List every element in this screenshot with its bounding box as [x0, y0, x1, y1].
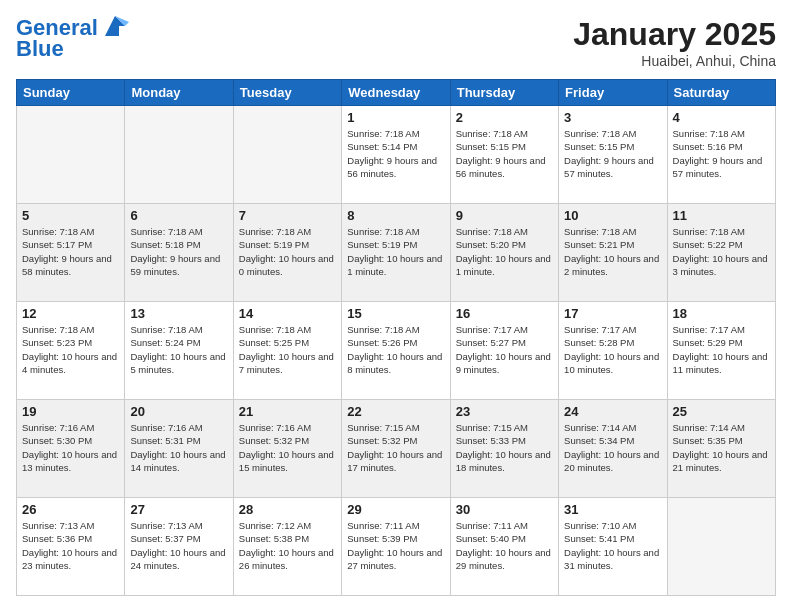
day-info: Sunrise: 7:15 AM Sunset: 5:33 PM Dayligh… [456, 421, 553, 474]
day-info: Sunrise: 7:18 AM Sunset: 5:23 PM Dayligh… [22, 323, 119, 376]
table-row: 21Sunrise: 7:16 AM Sunset: 5:32 PM Dayli… [233, 400, 341, 498]
day-info: Sunrise: 7:18 AM Sunset: 5:22 PM Dayligh… [673, 225, 770, 278]
day-number: 1 [347, 110, 444, 125]
table-row: 28Sunrise: 7:12 AM Sunset: 5:38 PM Dayli… [233, 498, 341, 596]
page: General Blue January 2025 Huaibei, Anhui… [0, 0, 792, 612]
header-wednesday: Wednesday [342, 80, 450, 106]
weekday-header-row: Sunday Monday Tuesday Wednesday Thursday… [17, 80, 776, 106]
title-block: January 2025 Huaibei, Anhui, China [573, 16, 776, 69]
table-row: 6Sunrise: 7:18 AM Sunset: 5:18 PM Daylig… [125, 204, 233, 302]
location-subtitle: Huaibei, Anhui, China [573, 53, 776, 69]
table-row: 18Sunrise: 7:17 AM Sunset: 5:29 PM Dayli… [667, 302, 775, 400]
header-tuesday: Tuesday [233, 80, 341, 106]
day-info: Sunrise: 7:11 AM Sunset: 5:40 PM Dayligh… [456, 519, 553, 572]
table-row: 31Sunrise: 7:10 AM Sunset: 5:41 PM Dayli… [559, 498, 667, 596]
day-info: Sunrise: 7:14 AM Sunset: 5:34 PM Dayligh… [564, 421, 661, 474]
day-info: Sunrise: 7:18 AM Sunset: 5:15 PM Dayligh… [456, 127, 553, 180]
day-number: 25 [673, 404, 770, 419]
table-row: 19Sunrise: 7:16 AM Sunset: 5:30 PM Dayli… [17, 400, 125, 498]
table-row: 7Sunrise: 7:18 AM Sunset: 5:19 PM Daylig… [233, 204, 341, 302]
table-row: 9Sunrise: 7:18 AM Sunset: 5:20 PM Daylig… [450, 204, 558, 302]
day-info: Sunrise: 7:13 AM Sunset: 5:37 PM Dayligh… [130, 519, 227, 572]
day-info: Sunrise: 7:18 AM Sunset: 5:21 PM Dayligh… [564, 225, 661, 278]
table-row [125, 106, 233, 204]
day-number: 17 [564, 306, 661, 321]
day-number: 22 [347, 404, 444, 419]
day-number: 12 [22, 306, 119, 321]
table-row: 8Sunrise: 7:18 AM Sunset: 5:19 PM Daylig… [342, 204, 450, 302]
day-number: 19 [22, 404, 119, 419]
day-info: Sunrise: 7:18 AM Sunset: 5:14 PM Dayligh… [347, 127, 444, 180]
table-row: 13Sunrise: 7:18 AM Sunset: 5:24 PM Dayli… [125, 302, 233, 400]
day-info: Sunrise: 7:16 AM Sunset: 5:30 PM Dayligh… [22, 421, 119, 474]
day-info: Sunrise: 7:15 AM Sunset: 5:32 PM Dayligh… [347, 421, 444, 474]
table-row: 25Sunrise: 7:14 AM Sunset: 5:35 PM Dayli… [667, 400, 775, 498]
table-row: 14Sunrise: 7:18 AM Sunset: 5:25 PM Dayli… [233, 302, 341, 400]
day-info: Sunrise: 7:10 AM Sunset: 5:41 PM Dayligh… [564, 519, 661, 572]
calendar-week-row: 12Sunrise: 7:18 AM Sunset: 5:23 PM Dayli… [17, 302, 776, 400]
day-number: 5 [22, 208, 119, 223]
day-info: Sunrise: 7:18 AM Sunset: 5:25 PM Dayligh… [239, 323, 336, 376]
day-number: 31 [564, 502, 661, 517]
table-row: 5Sunrise: 7:18 AM Sunset: 5:17 PM Daylig… [17, 204, 125, 302]
table-row: 11Sunrise: 7:18 AM Sunset: 5:22 PM Dayli… [667, 204, 775, 302]
day-info: Sunrise: 7:17 AM Sunset: 5:28 PM Dayligh… [564, 323, 661, 376]
day-number: 28 [239, 502, 336, 517]
table-row: 24Sunrise: 7:14 AM Sunset: 5:34 PM Dayli… [559, 400, 667, 498]
day-number: 14 [239, 306, 336, 321]
table-row: 1Sunrise: 7:18 AM Sunset: 5:14 PM Daylig… [342, 106, 450, 204]
day-info: Sunrise: 7:18 AM Sunset: 5:17 PM Dayligh… [22, 225, 119, 278]
calendar-week-row: 1Sunrise: 7:18 AM Sunset: 5:14 PM Daylig… [17, 106, 776, 204]
table-row: 30Sunrise: 7:11 AM Sunset: 5:40 PM Dayli… [450, 498, 558, 596]
day-number: 13 [130, 306, 227, 321]
logo-icon [101, 12, 129, 40]
day-info: Sunrise: 7:13 AM Sunset: 5:36 PM Dayligh… [22, 519, 119, 572]
table-row: 4Sunrise: 7:18 AM Sunset: 5:16 PM Daylig… [667, 106, 775, 204]
day-number: 20 [130, 404, 227, 419]
table-row: 20Sunrise: 7:16 AM Sunset: 5:31 PM Dayli… [125, 400, 233, 498]
day-info: Sunrise: 7:12 AM Sunset: 5:38 PM Dayligh… [239, 519, 336, 572]
table-row: 10Sunrise: 7:18 AM Sunset: 5:21 PM Dayli… [559, 204, 667, 302]
day-number: 21 [239, 404, 336, 419]
day-number: 18 [673, 306, 770, 321]
day-info: Sunrise: 7:18 AM Sunset: 5:19 PM Dayligh… [239, 225, 336, 278]
calendar-table: Sunday Monday Tuesday Wednesday Thursday… [16, 79, 776, 596]
day-number: 3 [564, 110, 661, 125]
day-number: 2 [456, 110, 553, 125]
table-row [233, 106, 341, 204]
table-row: 23Sunrise: 7:15 AM Sunset: 5:33 PM Dayli… [450, 400, 558, 498]
table-row: 22Sunrise: 7:15 AM Sunset: 5:32 PM Dayli… [342, 400, 450, 498]
day-info: Sunrise: 7:16 AM Sunset: 5:32 PM Dayligh… [239, 421, 336, 474]
day-info: Sunrise: 7:17 AM Sunset: 5:27 PM Dayligh… [456, 323, 553, 376]
header-monday: Monday [125, 80, 233, 106]
calendar-week-row: 5Sunrise: 7:18 AM Sunset: 5:17 PM Daylig… [17, 204, 776, 302]
day-number: 23 [456, 404, 553, 419]
day-info: Sunrise: 7:11 AM Sunset: 5:39 PM Dayligh… [347, 519, 444, 572]
day-number: 11 [673, 208, 770, 223]
table-row: 2Sunrise: 7:18 AM Sunset: 5:15 PM Daylig… [450, 106, 558, 204]
table-row: 12Sunrise: 7:18 AM Sunset: 5:23 PM Dayli… [17, 302, 125, 400]
day-info: Sunrise: 7:17 AM Sunset: 5:29 PM Dayligh… [673, 323, 770, 376]
calendar-week-row: 26Sunrise: 7:13 AM Sunset: 5:36 PM Dayli… [17, 498, 776, 596]
header: General Blue January 2025 Huaibei, Anhui… [16, 16, 776, 69]
logo: General Blue [16, 16, 129, 62]
day-info: Sunrise: 7:18 AM Sunset: 5:24 PM Dayligh… [130, 323, 227, 376]
day-number: 9 [456, 208, 553, 223]
day-number: 27 [130, 502, 227, 517]
header-saturday: Saturday [667, 80, 775, 106]
table-row: 3Sunrise: 7:18 AM Sunset: 5:15 PM Daylig… [559, 106, 667, 204]
day-number: 8 [347, 208, 444, 223]
header-thursday: Thursday [450, 80, 558, 106]
day-number: 16 [456, 306, 553, 321]
day-info: Sunrise: 7:18 AM Sunset: 5:15 PM Dayligh… [564, 127, 661, 180]
table-row: 29Sunrise: 7:11 AM Sunset: 5:39 PM Dayli… [342, 498, 450, 596]
table-row: 16Sunrise: 7:17 AM Sunset: 5:27 PM Dayli… [450, 302, 558, 400]
day-number: 10 [564, 208, 661, 223]
day-info: Sunrise: 7:16 AM Sunset: 5:31 PM Dayligh… [130, 421, 227, 474]
day-info: Sunrise: 7:18 AM Sunset: 5:18 PM Dayligh… [130, 225, 227, 278]
table-row [667, 498, 775, 596]
day-number: 7 [239, 208, 336, 223]
table-row: 17Sunrise: 7:17 AM Sunset: 5:28 PM Dayli… [559, 302, 667, 400]
day-number: 15 [347, 306, 444, 321]
header-friday: Friday [559, 80, 667, 106]
